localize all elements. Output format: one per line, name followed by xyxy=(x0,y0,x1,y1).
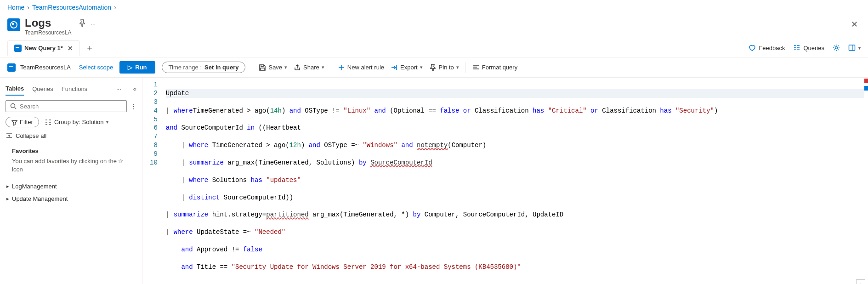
pin-to-label: Pin to xyxy=(439,64,454,71)
sidebar-tabs: Tables Queries Functions ··· « xyxy=(6,82,136,96)
group-by-label: Group by: Solution xyxy=(54,119,104,125)
scope-name: TeamResourcesLA xyxy=(20,64,71,71)
separator xyxy=(252,62,252,73)
feedback-label: Feedback xyxy=(759,45,785,51)
collapse-icon xyxy=(6,132,13,139)
sidebar-collapse-icon[interactable]: « xyxy=(133,85,136,92)
chevron-right-icon: › xyxy=(27,4,29,11)
save-icon xyxy=(259,64,266,71)
query-tab-active[interactable]: New Query 1* ✕ xyxy=(7,40,80,56)
error-marker xyxy=(864,79,868,83)
editor-minimap-rail xyxy=(862,78,868,284)
sidebar: Tables Queries Functions ··· « ⋮ Filter … xyxy=(0,78,142,284)
group-by-button[interactable]: Group by: Solution ▾ xyxy=(45,119,108,126)
sidebar-search[interactable] xyxy=(6,100,127,112)
chevron-down-icon: ▾ xyxy=(858,45,861,51)
plus-icon xyxy=(338,64,345,71)
select-scope-link[interactable]: Select scope xyxy=(79,64,113,71)
sidebar-search-more-icon[interactable]: ⋮ xyxy=(130,103,136,110)
query-toolbar: TeamResourcesLA Select scope ▷ Run Time … xyxy=(0,57,868,78)
favorites-hint: You can add favorites by clicking on the… xyxy=(6,156,136,180)
format-query-label: Format query xyxy=(482,64,517,71)
pin-icon[interactable] xyxy=(79,19,86,28)
add-tab-button[interactable]: ＋ xyxy=(80,39,99,57)
chevron-down-icon: ▾ xyxy=(420,64,423,70)
code-content[interactable]: Update | whereTimeGenerated > ago(14h) a… xyxy=(162,78,868,284)
page-subtitle: TeamResourcesLA xyxy=(25,29,71,36)
group-icon xyxy=(45,119,52,126)
svg-point-0 xyxy=(835,47,838,49)
line-gutter: 1 2 3 4 5 6 7 8 9 10 xyxy=(142,78,162,284)
play-icon: ▷ xyxy=(128,64,132,71)
pin-to-button[interactable]: Pin to ▾ xyxy=(429,64,459,71)
sidebar-more-icon[interactable]: ··· xyxy=(116,85,121,92)
new-alert-button[interactable]: New alert rule xyxy=(338,64,384,71)
chevron-down-icon: ▾ xyxy=(106,119,108,125)
time-range-picker[interactable]: Time range : Set in query xyxy=(162,62,246,73)
format-icon xyxy=(472,64,480,71)
caret-right-icon: ▸ xyxy=(6,196,9,202)
settings-button[interactable] xyxy=(833,44,840,51)
info-marker xyxy=(864,86,868,91)
log-analytics-icon xyxy=(7,18,20,31)
page-header: Logs TeamResourcesLA ··· ✕ xyxy=(0,15,868,39)
heart-icon xyxy=(749,44,756,51)
share-label: Share xyxy=(303,64,319,71)
run-button[interactable]: ▷ Run xyxy=(119,61,155,74)
sidebar-tab-functions[interactable]: Functions xyxy=(62,83,87,95)
filter-icon xyxy=(11,119,17,125)
chevron-down-icon: ▾ xyxy=(322,64,324,70)
sidebar-search-input[interactable] xyxy=(20,103,123,110)
time-range-value: Set in query xyxy=(204,64,238,71)
time-range-label: Time range : xyxy=(169,64,202,71)
queries-button[interactable]: Queries xyxy=(793,44,824,51)
sidebar-tab-tables[interactable]: Tables xyxy=(6,82,24,96)
tree-item-updatemanagement[interactable]: ▸ Update Management xyxy=(6,193,136,205)
filter-label: Filter xyxy=(20,119,33,125)
svg-point-2 xyxy=(11,104,15,108)
separator xyxy=(331,62,331,73)
run-label: Run xyxy=(135,64,147,71)
collapse-all-label: Collapse all xyxy=(16,132,46,139)
breadcrumb-home[interactable]: Home xyxy=(7,4,24,11)
queries-icon xyxy=(793,44,800,51)
query-tabs-row: New Query 1* ✕ ＋ Feedback Queries ▾ xyxy=(0,39,868,57)
tree-item-logmanagement[interactable]: ▸ LogManagement xyxy=(6,180,136,193)
query-tab-label: New Query 1* xyxy=(24,45,63,51)
queries-label: Queries xyxy=(803,45,824,51)
tree-label: LogManagement xyxy=(12,183,57,190)
chevron-down-icon: ▾ xyxy=(456,64,459,70)
svg-rect-1 xyxy=(849,45,855,51)
gear-icon xyxy=(833,44,840,51)
share-button[interactable]: Share ▾ xyxy=(294,64,324,71)
more-icon[interactable]: ··· xyxy=(91,20,96,27)
export-icon xyxy=(391,64,398,71)
tree-label: Update Management xyxy=(12,195,68,202)
save-label: Save xyxy=(268,64,282,71)
chevron-down-icon: ▾ xyxy=(284,64,287,70)
chevron-right-icon: › xyxy=(114,4,116,11)
workspace-icon xyxy=(7,63,16,72)
scroll-top-button[interactable]: ︽ xyxy=(856,279,865,284)
breadcrumb-resource[interactable]: TeamResourcesAutomation xyxy=(32,4,111,11)
main-area: Tables Queries Functions ··· « ⋮ Filter … xyxy=(0,78,868,284)
code-editor[interactable]: 1 2 3 4 5 6 7 8 9 10 Update | whereTimeG… xyxy=(142,78,868,284)
share-icon xyxy=(294,64,301,71)
pin-icon xyxy=(429,64,437,71)
search-icon xyxy=(10,102,17,110)
layout-button[interactable]: ▾ xyxy=(848,44,861,51)
sidebar-tab-queries[interactable]: Queries xyxy=(32,83,53,95)
format-query-button[interactable]: Format query xyxy=(472,64,517,71)
close-tab-icon[interactable]: ✕ xyxy=(68,45,73,52)
favorites-heading: Favorites xyxy=(6,146,136,156)
save-button[interactable]: Save ▾ xyxy=(259,64,287,71)
collapse-all-button[interactable]: Collapse all xyxy=(6,132,136,139)
query-tab-icon xyxy=(14,45,22,52)
close-icon[interactable]: ✕ xyxy=(848,17,861,32)
separator xyxy=(465,62,466,73)
new-alert-label: New alert rule xyxy=(347,64,384,71)
layout-icon xyxy=(848,44,856,51)
filter-button[interactable]: Filter xyxy=(6,117,39,127)
export-button[interactable]: Export ▾ xyxy=(391,64,423,71)
feedback-button[interactable]: Feedback xyxy=(749,44,785,51)
